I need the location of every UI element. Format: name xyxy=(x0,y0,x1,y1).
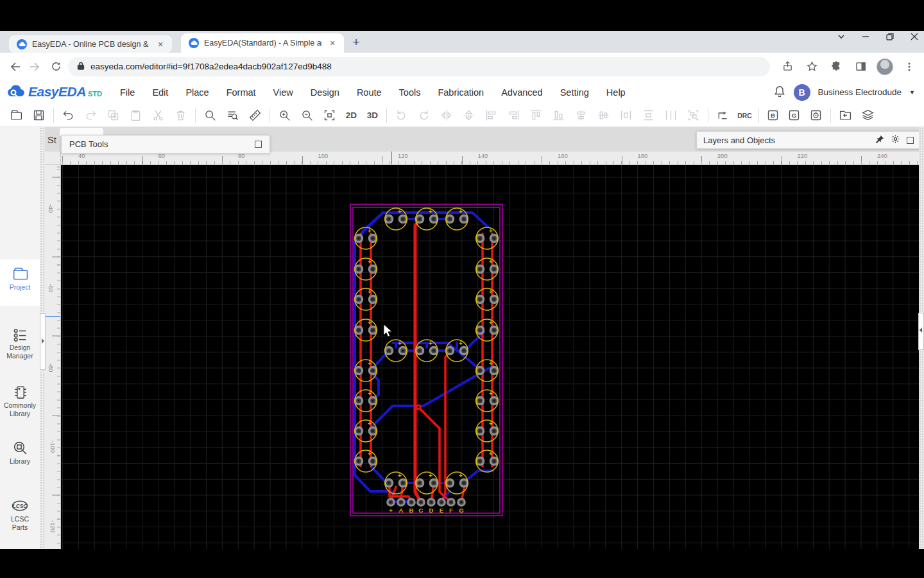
pcb-tools-title: PCB Tools xyxy=(69,139,108,149)
zoom-in-button[interactable] xyxy=(273,107,296,125)
pad-hole xyxy=(493,460,495,462)
menu-advanced[interactable]: Advanced xyxy=(501,87,543,98)
pad-hole xyxy=(372,430,373,432)
polarity-plus-mark: + xyxy=(459,472,463,479)
menu-place[interactable]: Place xyxy=(185,87,209,98)
pad-hole xyxy=(493,298,495,300)
gear-icon[interactable] xyxy=(891,134,900,146)
pcb-tools-expand-icon[interactable] xyxy=(255,141,262,148)
profile-avatar[interactable] xyxy=(877,58,893,75)
share-icon[interactable] xyxy=(779,58,796,75)
layers-panel-expand-icon[interactable] xyxy=(907,137,914,144)
align-left-button xyxy=(480,107,502,125)
toolbar-divider xyxy=(830,109,831,123)
menu-view[interactable]: View xyxy=(273,87,293,98)
browser-menu-kebab-icon[interactable] xyxy=(901,58,918,75)
measure-button[interactable] xyxy=(244,107,266,125)
search-button[interactable] xyxy=(199,107,221,125)
extensions-puzzle-icon[interactable] xyxy=(828,58,844,75)
bottom-layer-trace[interactable] xyxy=(372,366,493,426)
bom-export-button[interactable]: B xyxy=(762,107,783,125)
view-2d-button[interactable]: 2D xyxy=(341,107,362,125)
route-track-button[interactable] xyxy=(712,107,734,125)
polarity-plus-mark: + xyxy=(489,450,493,457)
restore-icon[interactable] xyxy=(886,32,894,41)
menu-format[interactable]: Format xyxy=(227,87,256,98)
menu-setting[interactable]: Setting xyxy=(560,87,589,98)
layers-button[interactable] xyxy=(857,107,879,125)
sidebar-item-library[interactable]: Library xyxy=(0,440,40,466)
zoom-out-button[interactable] xyxy=(296,107,318,125)
reload-icon[interactable] xyxy=(47,58,64,75)
menu-tools[interactable]: Tools xyxy=(399,87,421,98)
ruler-tick-label: 200 xyxy=(717,152,728,159)
side-panel-icon[interactable] xyxy=(852,58,869,75)
pad-hole xyxy=(357,399,359,401)
polarity-plus-mark: + xyxy=(368,258,372,265)
sidebar-item-commonly-library[interactable]: CommonlyLibrary xyxy=(0,384,40,417)
tab-close-icon[interactable]: × xyxy=(327,38,338,48)
sidebar-item-design-manager[interactable]: DesignManager xyxy=(0,326,40,360)
layers-objects-panel[interactable]: Layers and Objects xyxy=(696,131,921,149)
forward-icon[interactable] xyxy=(27,58,44,75)
account-dropdown-caret-icon[interactable]: ▼ xyxy=(909,89,915,96)
pick-place-export-button[interactable] xyxy=(805,107,827,125)
menu-edit[interactable]: Edit xyxy=(152,87,168,98)
open-button[interactable] xyxy=(5,107,28,125)
menu-route[interactable]: Route xyxy=(357,87,382,98)
browser-tab-2[interactable]: EasyEDA(Standard) - A Simple an× xyxy=(181,33,344,53)
notification-bell-icon[interactable] xyxy=(773,85,786,100)
menu-help[interactable]: Help xyxy=(606,87,626,98)
align-top-button xyxy=(525,107,547,125)
tab-search-chevron-icon[interactable] xyxy=(837,32,846,41)
undo-button[interactable] xyxy=(57,107,80,125)
zoom-fit-button[interactable] xyxy=(318,107,341,125)
menu-items: FileEditPlaceFormatViewDesignRouteToolsF… xyxy=(120,87,626,98)
top-layer-trace[interactable] xyxy=(415,219,421,502)
polarity-plus-mark: + xyxy=(368,360,372,367)
menu-fabrication[interactable]: Fabrication xyxy=(438,87,484,98)
polarity-plus-mark: + xyxy=(398,472,402,479)
bookmark-star-icon[interactable] xyxy=(803,58,820,75)
connector-pin-label: F xyxy=(449,507,453,514)
view-3d-button[interactable]: 3D xyxy=(362,107,383,125)
browser-address-bar: easyeda.com/editor#id=9f1708a2edea4dacb9… xyxy=(0,53,924,80)
find-similar-button[interactable] xyxy=(221,107,244,125)
new-tab-button[interactable]: + xyxy=(348,34,364,51)
back-icon[interactable] xyxy=(6,58,23,75)
document-tab-label[interactable]: St xyxy=(47,135,56,145)
menu-file[interactable]: File xyxy=(120,87,135,98)
left-panel-collapse-handle[interactable] xyxy=(40,313,46,370)
save-button[interactable] xyxy=(28,107,50,125)
pad-hole xyxy=(432,349,434,351)
account-avatar[interactable]: B xyxy=(794,84,810,101)
url-field[interactable]: easyeda.com/editor#id=9f1708a2edea4dacb9… xyxy=(68,57,770,76)
sidebar-item-lcsc-parts[interactable]: LCSCLCSCParts xyxy=(0,498,40,531)
minimize-icon[interactable] xyxy=(861,32,870,41)
connector-pin-label: E xyxy=(440,507,443,514)
tab-close-icon[interactable]: × xyxy=(155,39,166,49)
bottom-layer-trace[interactable] xyxy=(371,466,384,480)
ruler-corner xyxy=(45,152,61,165)
close-icon[interactable] xyxy=(910,32,919,41)
sidebar-item-project[interactable]: Project xyxy=(0,266,40,292)
library-icon xyxy=(0,440,40,456)
import-export-button[interactable] xyxy=(834,107,857,125)
menu-design[interactable]: Design xyxy=(311,87,339,98)
browser-tab-1[interactable]: EasyEDA - Online PCB design & c× xyxy=(9,35,172,53)
pad-hole xyxy=(479,460,481,462)
polarity-plus-mark: + xyxy=(489,288,493,295)
account-name[interactable]: Business Electrodude xyxy=(818,87,902,97)
pad-hole xyxy=(372,298,373,300)
drc-check-button[interactable]: DRC xyxy=(734,107,755,125)
pad-hole xyxy=(418,349,420,351)
polarity-plus-mark: + xyxy=(368,288,372,295)
easyeda-logo[interactable]: EasyEDA STD xyxy=(6,84,112,101)
pad-hole xyxy=(372,268,373,270)
polarity-plus-mark: + xyxy=(368,319,372,326)
sidebar-item-label: Library xyxy=(0,457,40,466)
right-panel-collapse-handle[interactable] xyxy=(918,313,924,350)
pin-icon[interactable] xyxy=(875,135,884,146)
gerber-export-button[interactable]: G xyxy=(783,107,805,125)
pcb-tools-panel[interactable]: PCB Tools xyxy=(61,135,270,153)
